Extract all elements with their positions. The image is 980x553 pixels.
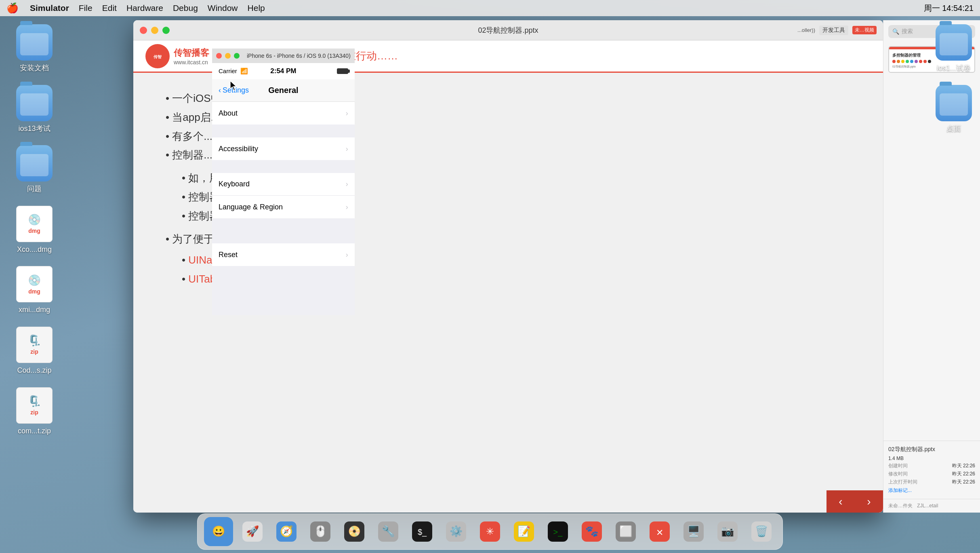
- search-icon: 🔍: [892, 28, 899, 35]
- svg-text:⬜: ⬜: [619, 525, 633, 538]
- menu-simulator[interactable]: Simulator: [30, 3, 69, 13]
- dock-system-prefs[interactable]: ⚙️: [442, 517, 471, 546]
- ios-battery: [305, 68, 348, 74]
- desktop-icon-ios13[interactable]: ios13考试: [12, 85, 57, 133]
- svg-text:✕: ✕: [656, 528, 663, 538]
- window-controls: [140, 27, 170, 34]
- window-maximize-btn[interactable]: [162, 27, 170, 34]
- info-size: 1.4 MB: [888, 456, 904, 461]
- desktop-icon-ios1[interactable]: ios1...试卷: [932, 24, 976, 73]
- ios-empty-space: [212, 267, 355, 315]
- dock-launchpad[interactable]: 🚀: [238, 517, 267, 546]
- desktop-icon-install[interactable]: 安装文档: [12, 24, 57, 73]
- desktop-icons-left: 安装文档 ios13考试 问题 💿 dmg Xco....dmg 💿 dmg x…: [12, 24, 57, 435]
- accessibility-chevron-icon: ›: [346, 145, 348, 153]
- info-link[interactable]: 添加标记...: [888, 487, 975, 494]
- dot-6: [915, 60, 918, 63]
- svg-text:🐾: 🐾: [585, 525, 599, 538]
- dock-stickies[interactable]: 📝: [509, 517, 538, 546]
- menu-window[interactable]: Window: [208, 3, 238, 13]
- dock-xmind[interactable]: ✳: [475, 517, 505, 546]
- ios-separator-2: [212, 161, 355, 173]
- ios-settings-list: About › Accessibility ›: [212, 102, 355, 315]
- dock-mouse[interactable]: 🖱️: [306, 517, 335, 546]
- ios-nav-title: General: [268, 86, 298, 95]
- next-slide-btn[interactable]: ›: [855, 490, 883, 513]
- main-window: 02导航控制器.pptx ...oller)) 开发工具 未…视频 传智: [133, 20, 883, 513]
- pres-nav: ‹ ›: [826, 490, 883, 513]
- svg-text:🖥️: 🖥️: [687, 525, 700, 538]
- dock-app10[interactable]: ✕: [645, 517, 674, 546]
- ios-time: 2:54 PM: [262, 67, 305, 75]
- dock-app9[interactable]: ⬜: [611, 517, 640, 546]
- svg-text:📝: 📝: [517, 525, 531, 538]
- svg-text:传智: 传智: [153, 55, 162, 59]
- ios-section-2: Accessibility ›: [212, 137, 355, 160]
- svg-text:✳: ✳: [486, 526, 494, 537]
- menu-help[interactable]: Help: [248, 3, 265, 13]
- ios-about-label: About: [219, 109, 346, 118]
- desktop-icon-problem[interactable]: 问题: [12, 145, 57, 194]
- svg-text:😀: 😀: [212, 525, 225, 538]
- ios-keyboard-label: Keyboard: [219, 180, 346, 188]
- ios-back-btn[interactable]: ‹ Settings: [219, 86, 249, 95]
- info-opened-value: 昨天 22:26: [952, 479, 975, 485]
- language-chevron-icon: ›: [346, 203, 348, 211]
- menu-hardware[interactable]: Hardware: [126, 3, 163, 13]
- back-label: Settings: [223, 86, 249, 95]
- ios-item-reset[interactable]: Reset ›: [212, 243, 355, 266]
- window-close-btn[interactable]: [140, 27, 147, 34]
- desktop-icon-cod-zip[interactable]: 🗜️ zip Cod...s.zip: [12, 327, 57, 375]
- menu-file[interactable]: File: [79, 3, 93, 13]
- desktop-icon-xmi-dmg[interactable]: 💿 dmg xmi...dmg: [12, 266, 57, 314]
- svg-text:>_: >_: [553, 528, 563, 537]
- dock-paw[interactable]: 🐾: [577, 517, 606, 546]
- dock-safari[interactable]: 🧭: [272, 517, 301, 546]
- info-filename: 02导航控制器.pptx: [888, 446, 975, 453]
- battery-icon: [337, 68, 348, 74]
- dock-dvd[interactable]: 📀: [340, 517, 369, 546]
- sim-close-btn[interactable]: [216, 53, 222, 59]
- dock-tools[interactable]: 🔧: [374, 517, 403, 546]
- prev-slide-btn[interactable]: ‹: [826, 490, 855, 513]
- ios-language-label: Language & Region: [219, 203, 346, 211]
- desktop-icon-desktop[interactable]: 桌面: [932, 85, 976, 133]
- info-modified-label: 修改时间: [888, 471, 908, 477]
- sim-max-btn[interactable]: [234, 53, 240, 59]
- dot-9: [928, 60, 931, 63]
- sim-titlebar: iPhone 6s - iPhone 6s / iOS 9.0 (13A340): [212, 49, 355, 63]
- info-created-label: 创建时间: [888, 462, 908, 469]
- search-placeholder: 搜索: [902, 28, 913, 35]
- dot-7: [919, 60, 922, 63]
- ios-separator-3: [212, 219, 355, 231]
- reset-chevron-icon: ›: [346, 251, 348, 259]
- ios-accessibility-label: Accessibility: [219, 145, 346, 153]
- desktop-icon-com-zip[interactable]: 🗜️ zip com...t.zip: [12, 387, 57, 436]
- svg-text:🔧: 🔧: [382, 525, 395, 538]
- dock-app11[interactable]: 🖥️: [679, 517, 708, 546]
- svg-text:🗑️: 🗑️: [755, 525, 768, 538]
- ios-navbar: ‹ Settings General: [212, 79, 355, 102]
- dock-terminal[interactable]: $_: [408, 517, 437, 546]
- toolbar-devtools[interactable]: 开发工具: [819, 25, 848, 35]
- sim-min-btn[interactable]: [225, 53, 231, 59]
- ios-item-keyboard[interactable]: Keyboard ›: [212, 173, 355, 196]
- ios-item-about[interactable]: About ›: [212, 102, 355, 125]
- dock-finder[interactable]: 😀: [204, 517, 233, 546]
- ios-item-accessibility[interactable]: Accessibility ›: [212, 137, 355, 160]
- window-minimize-btn[interactable]: [151, 27, 158, 34]
- logo-text-block: 传智播客 www.itcast.cn: [174, 47, 209, 65]
- dock-iterm[interactable]: >_: [543, 517, 572, 546]
- ios-item-language[interactable]: Language & Region ›: [212, 196, 355, 218]
- back-chevron-icon: ‹: [219, 86, 221, 95]
- dock-app12[interactable]: 📷: [713, 517, 742, 546]
- apple-menu[interactable]: 🍎: [6, 2, 19, 14]
- menu-edit[interactable]: Edit: [102, 3, 117, 13]
- dock-trash[interactable]: 🗑️: [747, 517, 776, 546]
- desktop-icon-xcode-dmg[interactable]: 💿 dmg Xco....dmg: [12, 206, 57, 254]
- right-panel-bottom: 未命…件夹 ZJL...etail: [883, 499, 980, 513]
- svg-text:📷: 📷: [721, 525, 734, 538]
- menu-debug[interactable]: Debug: [173, 3, 198, 13]
- pres-logo: 传智 传智播客 www.itcast.cn: [145, 44, 209, 68]
- wifi-icon: 📶: [240, 68, 248, 74]
